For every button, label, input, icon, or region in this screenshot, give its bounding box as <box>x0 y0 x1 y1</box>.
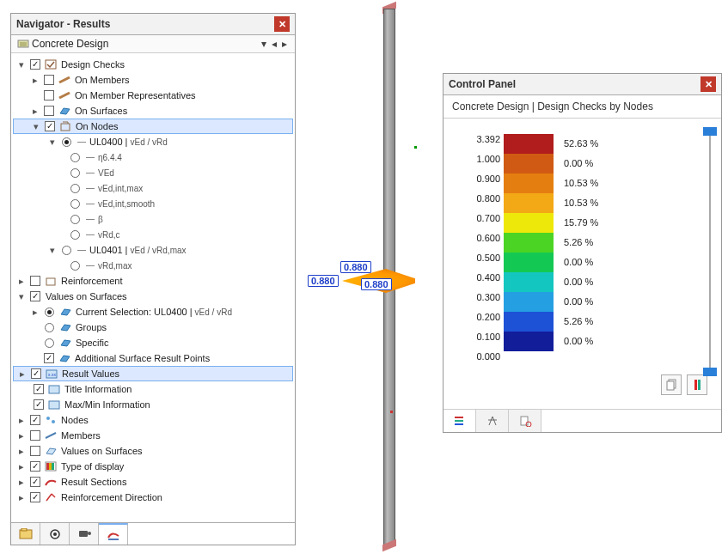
tree-item-vrdc[interactable]: vRd,c <box>13 227 293 242</box>
checkbox[interactable] <box>34 384 44 394</box>
radio[interactable] <box>62 246 71 255</box>
radio[interactable] <box>70 168 80 178</box>
checkbox[interactable] <box>30 276 40 286</box>
tree-item-reinf-dir[interactable]: ▸ Reinforcement Direction <box>13 490 293 505</box>
tree-item-ul0400[interactable]: ▾ UL0400 | vEd / vRd <box>13 134 293 149</box>
radio[interactable] <box>62 137 71 147</box>
radio[interactable] <box>45 307 54 317</box>
collapse-icon[interactable]: ▾ <box>16 59 27 70</box>
radio[interactable] <box>70 230 80 240</box>
expand-icon[interactable]: ▸ <box>16 430 27 441</box>
tree-item-maxmin[interactable]: Max/Min Information <box>13 397 293 412</box>
checkbox[interactable] <box>31 368 41 379</box>
checkbox[interactable] <box>44 75 54 85</box>
checkbox[interactable] <box>34 399 44 410</box>
navigator-header[interactable]: Navigator - Results ✕ <box>11 14 295 35</box>
tree-item-members2[interactable]: ▸ Members <box>13 428 293 443</box>
design-checks-icon <box>44 58 58 70</box>
maxmin-icon <box>47 399 61 411</box>
expand-icon[interactable]: ▸ <box>30 307 40 317</box>
tree-item-beta[interactable]: β <box>13 211 293 227</box>
tree-item-ved-int-max[interactable]: vEd,int,max <box>13 180 293 196</box>
expand-icon[interactable]: ▸ <box>30 75 40 85</box>
close-icon[interactable]: ✕ <box>700 76 716 92</box>
cp-tab-filter-icon[interactable] <box>509 410 541 432</box>
range-slider-max[interactable] <box>703 127 717 136</box>
tree-item-on-members[interactable]: ▸ On Members <box>13 72 293 88</box>
expand-icon[interactable]: ▸ <box>30 106 40 116</box>
tree-item-current-sel[interactable]: ▸ Current Selection: UL0400 | vEd / vRd <box>13 304 293 320</box>
radio[interactable] <box>70 153 80 162</box>
checkbox[interactable] <box>30 446 40 456</box>
expand-icon[interactable]: ▸ <box>16 477 27 487</box>
checkbox[interactable] <box>30 461 40 472</box>
copy-scale-button[interactable] <box>661 374 682 395</box>
tree-item-additional-points[interactable]: Additional Surface Result Points <box>13 350 293 366</box>
radio[interactable] <box>70 199 80 209</box>
radio[interactable] <box>70 184 80 193</box>
navigator-tree[interactable]: ▾ Design Checks ▸ On Members On Member R… <box>11 53 295 522</box>
tree-item-on-nodes[interactable]: ▾ On Nodes <box>13 119 293 134</box>
close-icon[interactable]: ✕ <box>274 16 290 32</box>
tree-item-nodes2[interactable]: ▸ Nodes <box>13 412 293 428</box>
tree-item-vrdmax[interactable]: vRd,max <box>13 258 293 273</box>
tab-display-icon[interactable] <box>40 523 70 545</box>
checkbox[interactable] <box>30 430 40 441</box>
tree-item-title-info[interactable]: Title Information <box>13 381 293 397</box>
tree-item-specific[interactable]: Specific <box>13 335 293 350</box>
checkbox[interactable] <box>44 106 54 116</box>
checkbox[interactable] <box>30 59 40 70</box>
tree-item-result-values[interactable]: ▸ x.xx Result Values <box>13 366 293 381</box>
radio[interactable] <box>70 215 80 224</box>
tab-views-icon[interactable] <box>70 523 99 545</box>
tree-item-values-on-surfaces[interactable]: ▾ Values on Surfaces <box>13 289 293 304</box>
checkbox[interactable] <box>30 291 40 301</box>
tree-item-ved[interactable]: VEd <box>13 165 293 180</box>
tree-item-reinforcement[interactable]: ▸ Reinforcement <box>13 273 293 289</box>
tab-data-icon[interactable] <box>11 523 40 545</box>
surface-icon <box>58 337 72 349</box>
tree-item-ved-int-smooth[interactable]: vEd,int,smooth <box>13 196 293 211</box>
expand-icon[interactable]: ▸ <box>16 276 27 286</box>
tree-item-on-surfaces[interactable]: ▸ On Surfaces <box>13 103 293 119</box>
radio[interactable] <box>45 338 54 348</box>
expand-icon[interactable]: ▸ <box>16 492 27 502</box>
nav-prev-icon[interactable]: ◂ <box>269 38 279 50</box>
expand-icon[interactable]: ▸ <box>16 461 27 472</box>
tree-item-vos2[interactable]: ▸ Values on Surfaces <box>13 443 293 459</box>
cp-tab-scale-icon[interactable] <box>444 410 476 432</box>
range-slider-min[interactable] <box>703 368 717 376</box>
tab-results-icon[interactable] <box>99 523 128 545</box>
checkbox[interactable] <box>44 90 54 100</box>
control-panel-header[interactable]: Control Panel ✕ <box>444 74 721 95</box>
reinf-dir-icon <box>44 491 58 503</box>
checkbox[interactable] <box>30 477 40 487</box>
collapse-icon[interactable]: ▾ <box>16 291 27 301</box>
collapse-icon[interactable]: ▾ <box>47 137 58 147</box>
edit-scale-button[interactable] <box>687 374 707 395</box>
expand-icon[interactable]: ▸ <box>17 368 28 379</box>
checkbox[interactable] <box>30 415 40 425</box>
tree-item-groups[interactable]: Groups <box>13 320 293 335</box>
tree-item-design-checks[interactable]: ▾ Design Checks <box>13 57 293 72</box>
checkbox[interactable] <box>45 121 55 131</box>
navigator-tabstrip <box>11 522 295 545</box>
collapse-icon[interactable]: ▾ <box>47 245 58 255</box>
tree-item-eta[interactable]: η6.4.4 <box>13 149 293 165</box>
collapse-icon[interactable]: ▾ <box>31 121 41 131</box>
checkbox[interactable] <box>30 492 40 502</box>
tree-item-result-sections[interactable]: ▸ Result Sections <box>13 474 293 490</box>
radio[interactable] <box>70 261 80 271</box>
tree-item-on-member-reps[interactable]: On Member Representatives <box>13 88 293 103</box>
radio[interactable] <box>45 323 54 332</box>
nav-next-icon[interactable]: ▸ <box>279 38 290 50</box>
checkbox[interactable] <box>44 353 54 363</box>
navigator-category-select[interactable]: Concrete Design ▾ ◂ ▸ <box>11 35 295 53</box>
tree-item-type-display[interactable]: ▸ Type of display <box>13 459 293 474</box>
tree-item-ul0401[interactable]: ▾ UL0401 | vEd / vRd,max <box>13 242 293 258</box>
chevron-down-icon[interactable]: ▾ <box>259 38 269 50</box>
cp-tab-factors-icon[interactable] <box>476 410 509 432</box>
expand-icon[interactable]: ▸ <box>16 415 27 425</box>
scale-swatch <box>504 193 554 213</box>
expand-icon[interactable]: ▸ <box>16 446 27 456</box>
